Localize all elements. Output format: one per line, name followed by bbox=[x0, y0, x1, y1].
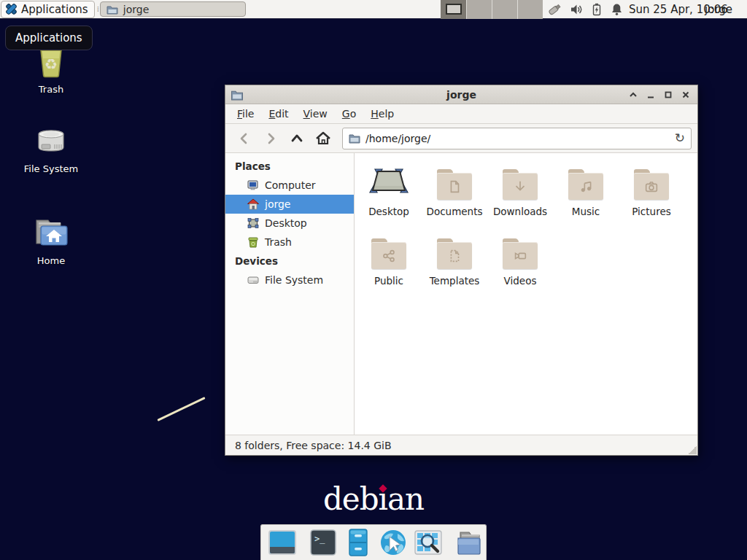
app-finder-icon bbox=[414, 528, 443, 557]
folder-item-label: Videos bbox=[504, 275, 537, 287]
back-icon bbox=[237, 131, 252, 146]
statusbar-text: 8 folders, Free space: 14.4 GiB bbox=[235, 440, 392, 451]
home-button[interactable] bbox=[310, 128, 336, 149]
folder-contents-view[interactable]: Desktop Documents bbox=[355, 153, 697, 435]
desktop-icon-file-system[interactable]: File System bbox=[0, 124, 102, 174]
menu-edit[interactable]: Edit bbox=[261, 105, 295, 122]
workspace-4[interactable] bbox=[517, 0, 543, 19]
desktop-icon-label: Home bbox=[0, 255, 102, 266]
sidebar-item-file-system[interactable]: File System bbox=[225, 271, 354, 289]
folder-item-templates[interactable]: Templates bbox=[422, 236, 487, 305]
svg-text:♻: ♻ bbox=[44, 55, 58, 73]
reload-icon[interactable]: ↻ bbox=[675, 132, 685, 144]
notifications-bell-icon[interactable] bbox=[611, 3, 623, 16]
app-finder-launcher[interactable] bbox=[414, 528, 443, 557]
volume-icon[interactable] bbox=[570, 3, 583, 16]
applications-tooltip: Applications bbox=[5, 26, 93, 50]
workspace-switcher[interactable] bbox=[441, 0, 543, 19]
file-manager-launcher[interactable] bbox=[344, 528, 373, 557]
back-button[interactable] bbox=[231, 128, 258, 149]
folder-item-label: Downloads bbox=[493, 206, 547, 217]
home-icon bbox=[247, 198, 259, 210]
documents-folder-icon bbox=[436, 166, 473, 201]
applications-menu-button[interactable]: Applications bbox=[1, 1, 95, 18]
pictures-folder-icon bbox=[632, 166, 670, 201]
home-icon bbox=[315, 131, 331, 146]
file-manager-icon bbox=[344, 528, 373, 557]
folder-item-public[interactable]: Public bbox=[356, 236, 422, 305]
desktop-icon-label: Trash bbox=[0, 84, 102, 95]
videos-folder-icon bbox=[501, 236, 539, 271]
sidebar-item-desktop[interactable]: Desktop bbox=[225, 214, 354, 233]
sidebar-item-label: Trash bbox=[265, 236, 292, 248]
templates-folder-icon bbox=[436, 236, 473, 271]
panel-handle[interactable]: ⁞ bbox=[97, 7, 98, 12]
folder-icon bbox=[349, 133, 360, 144]
taskbar-window-button[interactable]: jorge bbox=[100, 1, 246, 17]
folder-item-pictures[interactable]: Pictures bbox=[619, 166, 684, 236]
input-device-icon[interactable] bbox=[547, 2, 562, 17]
menu-go[interactable]: Go bbox=[335, 105, 363, 122]
folder-item-desktop[interactable]: Desktop bbox=[356, 166, 422, 236]
hard-drive-icon bbox=[33, 124, 69, 160]
folder-icon bbox=[454, 528, 484, 557]
music-folder-icon bbox=[567, 166, 605, 201]
up-icon bbox=[290, 131, 304, 146]
stray-drawn-line bbox=[157, 397, 205, 421]
menu-file[interactable]: File bbox=[230, 105, 261, 122]
trash-icon bbox=[247, 236, 259, 248]
desktop-icon-home[interactable]: Home bbox=[0, 216, 102, 266]
web-browser-launcher[interactable] bbox=[379, 528, 408, 557]
sidebar-item-trash[interactable]: Trash bbox=[225, 233, 354, 252]
sidebar-item-computer[interactable]: Computer bbox=[225, 176, 354, 195]
path-input[interactable]: /home/jorge/ bbox=[365, 133, 670, 144]
public-folder-icon bbox=[370, 236, 408, 271]
toolbar: /home/jorge/ ↻ bbox=[225, 124, 697, 153]
system-tray bbox=[547, 0, 623, 19]
folder-item-music[interactable]: Music bbox=[553, 166, 619, 236]
workspace-3[interactable] bbox=[492, 0, 517, 19]
terminal-launcher[interactable]: >_ bbox=[309, 528, 338, 557]
resize-grip[interactable] bbox=[688, 446, 697, 454]
taskbar-window-label: jorge bbox=[123, 4, 149, 15]
workspace-1[interactable] bbox=[441, 0, 466, 19]
forward-button[interactable] bbox=[258, 128, 284, 149]
terminal-icon: >_ bbox=[309, 528, 338, 557]
desktop-special-icon bbox=[368, 166, 409, 201]
show-desktop-button[interactable] bbox=[268, 528, 297, 557]
statusbar: 8 folders, Free space: 14.4 GiB bbox=[225, 435, 697, 455]
debian-text: an bbox=[387, 481, 424, 517]
folder-launcher[interactable] bbox=[454, 528, 484, 557]
battery-charging-icon[interactable] bbox=[591, 3, 603, 16]
show-desktop-icon bbox=[268, 528, 297, 557]
sidebar-item-label: Desktop bbox=[265, 217, 307, 229]
debian-i: ı bbox=[379, 481, 387, 517]
forward-icon bbox=[263, 131, 278, 146]
up-button[interactable] bbox=[284, 128, 310, 149]
window-titlebar[interactable]: jorge bbox=[225, 85, 697, 104]
folder-icon bbox=[107, 4, 118, 15]
minimize-icon[interactable] bbox=[646, 90, 655, 99]
xfce-applications-icon bbox=[5, 3, 18, 15]
hard-drive-icon bbox=[247, 274, 259, 286]
menubar: File Edit View Go Help bbox=[225, 104, 697, 124]
debian-wordmark: debıan bbox=[0, 481, 747, 517]
menu-view[interactable]: View bbox=[296, 105, 335, 122]
folder-item-documents[interactable]: Documents bbox=[422, 166, 487, 236]
sidebar-item-label: Computer bbox=[265, 179, 316, 191]
top-panel: Applications ⁞ jorge bbox=[0, 0, 747, 19]
maximize-icon[interactable] bbox=[664, 90, 673, 99]
shade-icon[interactable] bbox=[629, 90, 638, 99]
desktop-icon bbox=[247, 217, 259, 229]
folder-item-videos[interactable]: Videos bbox=[487, 236, 553, 305]
folder-item-downloads[interactable]: Downloads bbox=[487, 166, 553, 236]
sidebar-item-jorge[interactable]: jorge bbox=[225, 195, 354, 214]
folder-item-label: Templates bbox=[430, 275, 480, 287]
computer-icon bbox=[247, 179, 259, 191]
panel-username[interactable]: jorge bbox=[705, 0, 732, 19]
workspace-2[interactable] bbox=[466, 0, 492, 19]
menu-help[interactable]: Help bbox=[363, 105, 401, 122]
places-sidebar: Places Computer jorge bbox=[225, 153, 355, 435]
path-bar[interactable]: /home/jorge/ ↻ bbox=[342, 128, 692, 149]
close-icon[interactable] bbox=[681, 90, 690, 99]
